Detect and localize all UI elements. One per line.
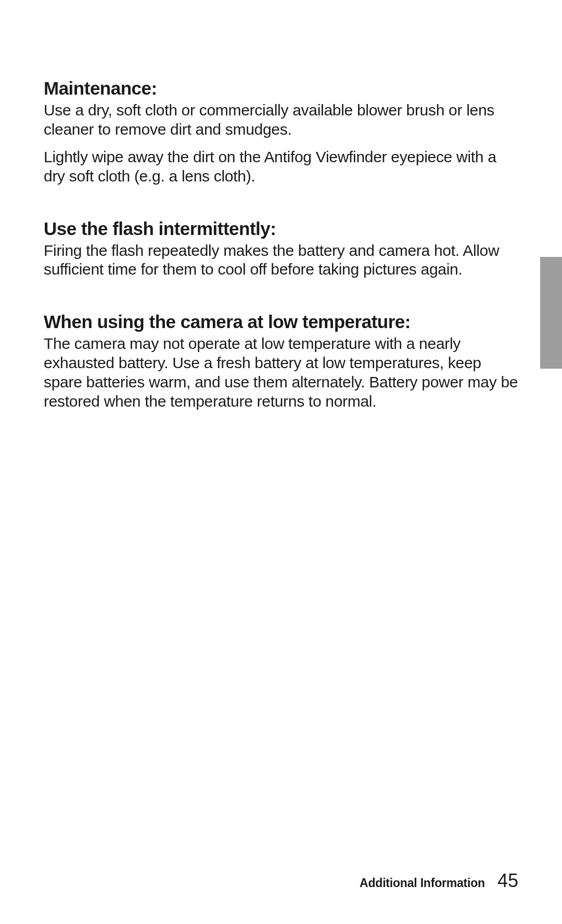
section-flash: Use the flash intermittently: Firing the…: [44, 218, 520, 280]
page-content: Maintenance: Use a dry, soft cloth or co…: [0, 0, 562, 411]
thumb-tab: [540, 257, 562, 369]
page-footer: Additional Information 45: [360, 870, 518, 892]
section-heading: Use the flash intermittently:: [44, 218, 520, 239]
section-low-temperature: When using the camera at low temperature…: [44, 311, 520, 411]
section-heading: When using the camera at low temperature…: [44, 311, 520, 332]
body-paragraph: Firing the flash repeatedly makes the ba…: [44, 241, 520, 280]
body-paragraph: Lightly wipe away the dirt on the Antifo…: [44, 148, 520, 186]
body-paragraph: The camera may not operate at low temper…: [44, 334, 520, 411]
footer-section-label: Additional Information: [360, 876, 485, 890]
body-paragraph: Use a dry, soft cloth or commercially av…: [44, 101, 520, 139]
page-number: 45: [497, 870, 518, 892]
section-maintenance: Maintenance: Use a dry, soft cloth or co…: [44, 78, 520, 186]
section-heading: Maintenance:: [44, 78, 520, 99]
